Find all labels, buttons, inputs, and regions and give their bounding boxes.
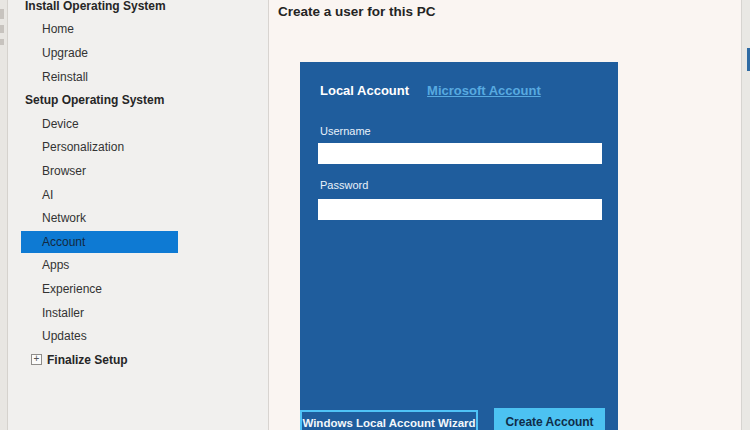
tree-section-finalize-setup[interactable]: + Finalize Setup	[8, 348, 268, 372]
left-edge-mark	[0, 9, 4, 19]
sidebar-item-installer[interactable]: Installer	[8, 301, 268, 325]
content-panel: Create a user for this PC Local Account …	[269, 0, 741, 430]
sidebar-item-label: Updates	[42, 329, 87, 343]
sidebar-item-label: Account	[42, 235, 85, 249]
sidebar-item-label: Personalization	[42, 140, 124, 154]
sidebar-item-home[interactable]: Home	[8, 18, 268, 42]
sidebar-item-label: Device	[42, 117, 79, 131]
sidebar-item-label: Experience	[42, 282, 102, 296]
tree-section-install-os[interactable]: Install Operating System	[8, 0, 268, 18]
account-type-tabs: Local Account Microsoft Account	[320, 83, 541, 98]
tree-section-label: Finalize Setup	[47, 353, 128, 367]
create-account-button[interactable]: Create Account	[494, 408, 605, 430]
tree-section-setup-os[interactable]: Setup Operating System	[8, 88, 268, 112]
sidebar-item-upgrade[interactable]: Upgrade	[8, 41, 268, 65]
left-edge-mark	[0, 39, 4, 45]
sidebar-item-personalization[interactable]: Personalization	[8, 136, 268, 160]
sidebar-item-account-selected[interactable]: Account	[8, 230, 268, 254]
sidebar-item-label: Reinstall	[42, 70, 88, 84]
sidebar-item-label: Apps	[42, 258, 69, 272]
sidebar-item-network[interactable]: Network	[8, 206, 268, 230]
sidebar-item-label: Browser	[42, 164, 86, 178]
sidebar-item-label: Home	[42, 22, 74, 36]
sidebar-item-device[interactable]: Device	[8, 112, 268, 136]
sidebar-item-label: Upgrade	[42, 46, 88, 60]
password-input[interactable]	[318, 199, 602, 220]
create-account-button-label: Create Account	[505, 415, 593, 429]
sidebar-item-ai[interactable]: AI	[8, 183, 268, 207]
navigation-sidebar: Install Operating System Home Upgrade Re…	[8, 0, 269, 430]
sidebar-item-updates[interactable]: Updates	[8, 324, 268, 348]
tree-section-label: Setup Operating System	[25, 93, 164, 107]
sidebar-item-reinstall[interactable]: Reinstall	[8, 65, 268, 89]
tab-local-account[interactable]: Local Account	[320, 83, 409, 98]
selected-item-highlight[interactable]: Account	[21, 231, 178, 253]
tab-microsoft-account-link[interactable]: Microsoft Account	[427, 83, 541, 98]
sidebar-item-apps[interactable]: Apps	[8, 254, 268, 278]
left-edge-mark	[0, 25, 4, 33]
username-input[interactable]	[318, 143, 602, 164]
username-label: Username	[320, 125, 371, 137]
expand-plus-icon[interactable]: +	[31, 354, 42, 365]
wizard-button-label: Windows Local Account Wizard	[302, 417, 475, 429]
sidebar-item-experience[interactable]: Experience	[8, 277, 268, 301]
tree-section-label: Install Operating System	[25, 0, 166, 13]
sidebar-item-label: Installer	[42, 306, 84, 320]
sidebar-item-label: Network	[42, 211, 86, 225]
sidebar-item-label: AI	[42, 188, 53, 202]
page-title: Create a user for this PC	[278, 4, 436, 19]
setup-steps-tree: Install Operating System Home Upgrade Re…	[8, 0, 268, 372]
left-edge-panel-fragment	[0, 0, 8, 430]
windows-local-account-wizard-button[interactable]: Windows Local Account Wizard	[300, 410, 478, 430]
password-label: Password	[320, 179, 368, 191]
sidebar-item-browser[interactable]: Browser	[8, 159, 268, 183]
account-creation-card: Local Account Microsoft Account Username…	[300, 62, 618, 430]
